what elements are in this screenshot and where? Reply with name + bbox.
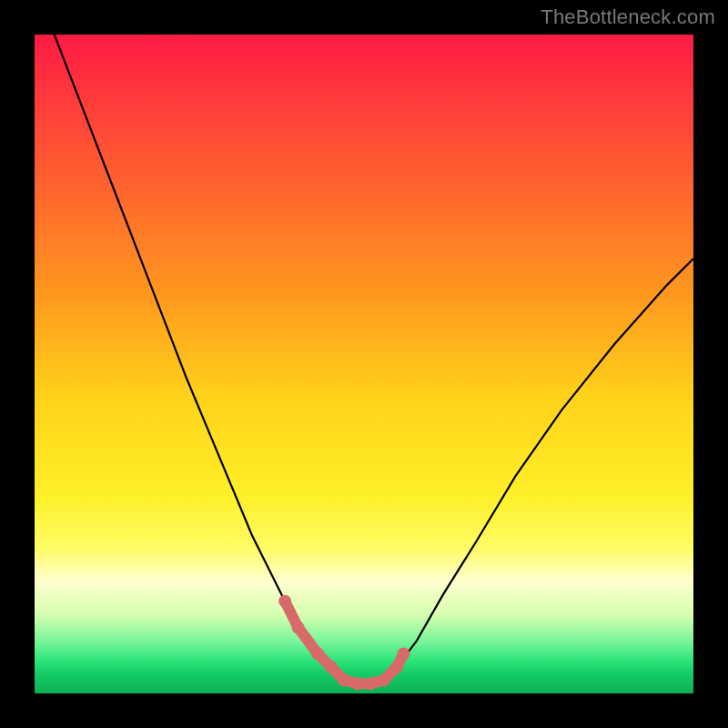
chart-frame: TheBottleneck.com (0, 0, 728, 728)
highlight-dot (364, 677, 377, 690)
highlight-dot (292, 622, 305, 634)
highlight-dot (397, 648, 410, 661)
highlight-dot (378, 674, 390, 687)
highlight-dot (311, 648, 324, 661)
chart-lines (35, 35, 693, 693)
highlight-dot (390, 661, 403, 673)
curve-line (55, 35, 693, 683)
watermark-text: TheBottleneck.com (541, 5, 715, 29)
highlight-dot (325, 661, 338, 673)
highlight-line (285, 602, 403, 684)
highlight-dot (278, 595, 291, 608)
highlight-dot (338, 674, 350, 687)
highlight-dot (351, 677, 364, 690)
